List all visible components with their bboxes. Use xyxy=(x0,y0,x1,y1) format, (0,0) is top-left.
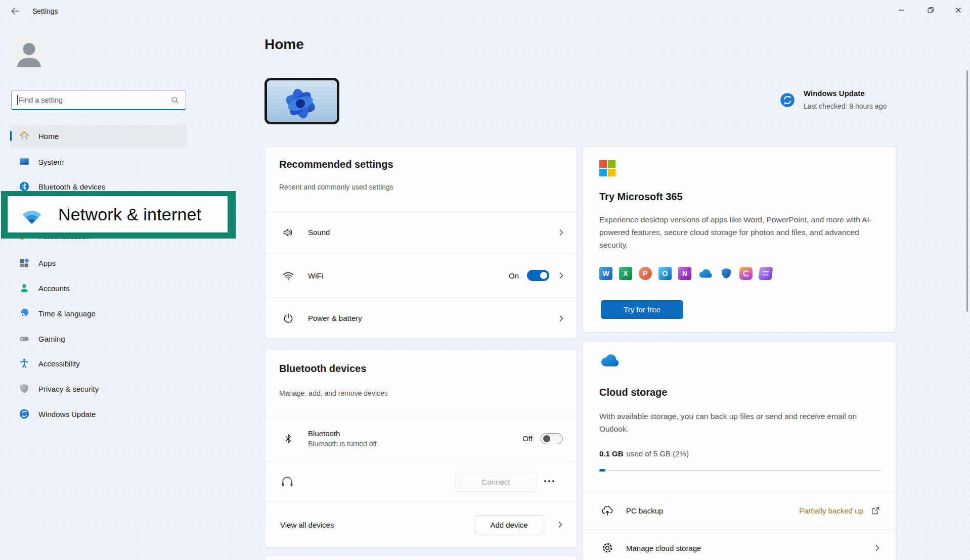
sound-label: Sound xyxy=(308,228,330,237)
sidebar-item-home[interactable]: Home xyxy=(9,125,187,147)
apps-icon xyxy=(18,257,30,269)
gear-icon xyxy=(601,541,614,554)
accounts-icon xyxy=(18,282,30,294)
chevron-right-icon xyxy=(557,271,565,279)
bluetooth-toggle[interactable] xyxy=(541,433,563,444)
minimize-icon xyxy=(897,6,905,14)
power-battery-row[interactable]: Power & battery xyxy=(265,297,577,339)
bluetooth-rune-icon xyxy=(282,433,294,445)
device-wallpaper-thumbnail xyxy=(264,78,339,124)
sidebar-item-accounts[interactable]: Accounts xyxy=(9,277,187,299)
bluetooth-sublabel: Bluetooth is turned off xyxy=(308,440,377,448)
shield-icon xyxy=(18,383,30,395)
wifi-label: WiFi xyxy=(308,271,323,280)
cloud-description: With available storage, you can back up … xyxy=(599,410,884,435)
back-arrow-icon xyxy=(10,6,21,17)
wifi-row[interactable]: WiFi On xyxy=(265,254,577,297)
page-title: Home xyxy=(264,36,304,53)
powerpoint-icon: P xyxy=(639,267,652,280)
power-battery-label: Power & battery xyxy=(308,314,362,322)
chevron-right-icon xyxy=(557,228,565,237)
chevron-right-icon xyxy=(873,544,881,552)
pc-backup-label: PC backup xyxy=(626,506,663,515)
sidebar-item-privacy-security[interactable]: Privacy & security xyxy=(9,378,187,400)
windows-update-status-icon xyxy=(780,92,795,108)
avatar[interactable] xyxy=(11,35,48,72)
designer-icon xyxy=(759,267,773,280)
windows-update-status-title[interactable]: Windows Update xyxy=(804,89,865,98)
sidebar-item-time-language[interactable]: Time & language xyxy=(9,302,187,324)
search-input[interactable]: Find a setting xyxy=(11,90,186,110)
search-placeholder: Find a setting xyxy=(19,96,170,104)
sidebar-item-system[interactable]: System xyxy=(9,151,187,173)
network-internet-wifi-icon xyxy=(19,203,45,226)
storage-usage-text: 0.1 GB used of 5 GB (2%) xyxy=(599,449,689,458)
back-button[interactable] xyxy=(6,3,24,19)
headphones-icon xyxy=(280,474,294,488)
onedrive-icon xyxy=(698,267,713,280)
restore-icon xyxy=(927,6,935,14)
try-for-free-button[interactable]: Try for free xyxy=(601,300,683,319)
card-subtitle: Manage, add, and remove devices xyxy=(279,389,388,397)
chevron-right-icon xyxy=(557,314,565,322)
sidebar-item-apps[interactable]: Apps xyxy=(9,252,187,274)
minimize-button[interactable] xyxy=(890,0,913,20)
annotation-label: Network & internet xyxy=(58,205,201,224)
view-all-devices-label: View all devices xyxy=(280,521,334,529)
defender-icon xyxy=(720,267,733,280)
time-language-icon xyxy=(18,307,30,319)
storage-used-value: 0.1 GB xyxy=(599,449,624,458)
pc-backup-status: Partially backed up xyxy=(799,506,863,515)
wifi-icon xyxy=(282,269,294,282)
wifi-toggle[interactable] xyxy=(527,270,549,281)
storage-progressbar-track xyxy=(607,470,881,471)
text-caret xyxy=(17,95,18,105)
cloud-storage-card: Cloud storage With available storage, yo… xyxy=(582,341,896,560)
storage-used-detail: used of 5 GB (2%) xyxy=(627,449,689,458)
wifi-state-label: On xyxy=(509,271,519,280)
sidebar-item-gaming[interactable]: Gaming xyxy=(9,328,187,350)
manage-cloud-storage-label: Manage cloud storage xyxy=(626,544,701,552)
close-button[interactable] xyxy=(947,0,970,20)
home-icon xyxy=(18,130,30,142)
card-title: Cloud storage xyxy=(599,387,667,398)
bluetooth-toggle-row[interactable]: Bluetooth Bluetooth is turned off Off xyxy=(265,416,577,461)
connect-button[interactable]: Connect xyxy=(455,472,537,492)
sidebar-item-network-internet[interactable]: Network & internet xyxy=(8,196,228,232)
bluetooth-state-label: Off xyxy=(522,434,533,443)
cloud-backup-icon xyxy=(601,504,614,517)
clipchamp-icon xyxy=(739,267,753,280)
gaming-icon xyxy=(18,333,30,345)
onenote-icon: N xyxy=(678,267,691,280)
card-title: Try Microsoft 365 xyxy=(599,191,683,203)
sidebar-item-accessibility[interactable]: Accessibility xyxy=(9,352,187,375)
card-title: Bluetooth devices xyxy=(279,363,366,375)
search-icon[interactable] xyxy=(170,96,180,105)
scrollbar-thumb[interactable] xyxy=(966,70,968,312)
add-device-button[interactable]: Add device xyxy=(475,515,543,534)
microsoft-logo xyxy=(599,160,615,176)
highlight-annotation-network-internet: Network & internet xyxy=(1,191,236,239)
window-title: Settings xyxy=(32,0,58,22)
selected-indicator xyxy=(10,131,12,141)
bluetooth-devices-card: Bluetooth devices Manage, add, and remov… xyxy=(264,349,577,548)
view-all-devices-row[interactable]: View all devices Add device xyxy=(265,501,577,548)
word-icon: W xyxy=(599,267,612,280)
card-title: Recommended settings xyxy=(279,159,393,170)
microsoft-365-card: Try Microsoft 365 Experience desktop ver… xyxy=(582,146,896,333)
sidebar-item-windows-update[interactable]: Windows Update xyxy=(9,403,187,425)
recommended-settings-card: Recommended settings Recent and commonly… xyxy=(264,146,577,339)
chevron-right-icon xyxy=(556,521,564,529)
windows-update-status-text: Last checked: 9 hours ago xyxy=(804,102,887,110)
onedrive-cloud-icon xyxy=(599,352,621,368)
bluetooth-label: Bluetooth xyxy=(308,429,377,438)
system-icon xyxy=(18,156,30,168)
external-link-icon xyxy=(870,505,880,516)
power-icon xyxy=(282,312,294,324)
pc-backup-row[interactable]: PC backup Partially backed up xyxy=(583,492,896,529)
manage-cloud-storage-row[interactable]: Manage cloud storage xyxy=(583,529,896,560)
restore-button[interactable] xyxy=(919,0,942,20)
sound-row[interactable]: Sound xyxy=(265,211,577,254)
more-options-icon[interactable] xyxy=(544,480,554,482)
device-row[interactable]: Connect xyxy=(265,461,577,501)
